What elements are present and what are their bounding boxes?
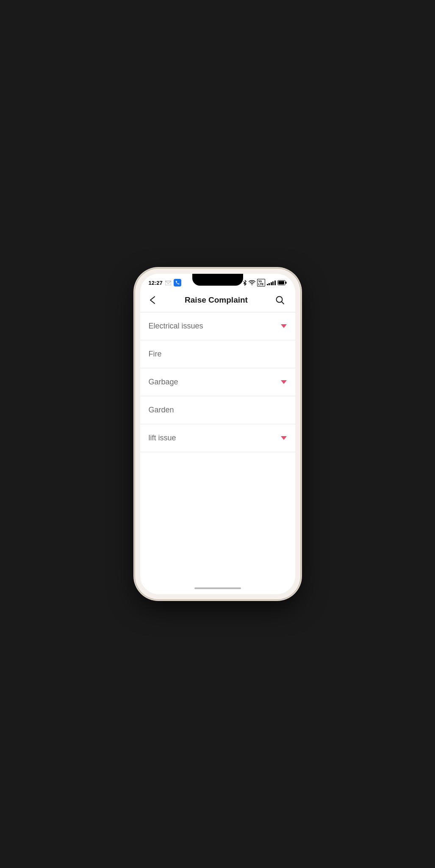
volte-icon: VoLTE xyxy=(257,279,265,287)
list-item-lift[interactable]: lift issue xyxy=(140,424,295,452)
svg-rect-2 xyxy=(285,282,287,284)
list-item-garden[interactable]: Garden xyxy=(140,396,295,424)
phone-frame: 12:27 xyxy=(135,269,300,599)
home-bar xyxy=(194,587,241,589)
item-label-garden: Garden xyxy=(149,406,174,415)
wifi-icon xyxy=(249,280,255,285)
home-indicator xyxy=(140,584,295,594)
battery-icon xyxy=(277,280,287,285)
item-label-lift: lift issue xyxy=(149,434,176,442)
status-bar: 12:27 xyxy=(140,274,295,288)
list-item-electrical[interactable]: Electrical issues xyxy=(140,312,295,340)
status-bar-right: VoLTE xyxy=(243,279,287,287)
phone-screen: 12:27 xyxy=(140,274,295,594)
bluetooth-icon xyxy=(243,280,247,286)
notch xyxy=(192,274,243,286)
search-button[interactable] xyxy=(273,293,287,307)
svg-line-5 xyxy=(282,302,284,304)
phone-call-icon xyxy=(174,279,181,287)
page-title: Raise Complaint xyxy=(160,295,273,305)
status-time: 12:27 xyxy=(149,280,163,286)
gmail-icon xyxy=(165,279,172,286)
back-button[interactable] xyxy=(147,294,160,306)
chevron-down-icon-garbage xyxy=(281,380,287,384)
item-label-fire: Fire xyxy=(149,350,162,359)
status-bar-left: 12:27 xyxy=(149,279,181,287)
search-icon xyxy=(275,295,285,305)
complaint-list: Electrical issues Fire Garbage Garden li… xyxy=(140,312,295,584)
item-label-garbage: Garbage xyxy=(149,378,178,387)
app-header: Raise Complaint xyxy=(140,288,295,312)
list-item-garbage[interactable]: Garbage xyxy=(140,368,295,396)
list-item-fire[interactable]: Fire xyxy=(140,340,295,368)
signal-icon xyxy=(267,280,276,285)
svg-rect-3 xyxy=(278,281,284,284)
back-arrow-icon xyxy=(149,296,158,304)
item-label-electrical: Electrical issues xyxy=(149,322,203,331)
chevron-down-icon-electrical xyxy=(281,324,287,328)
chevron-down-icon-lift xyxy=(281,436,287,440)
